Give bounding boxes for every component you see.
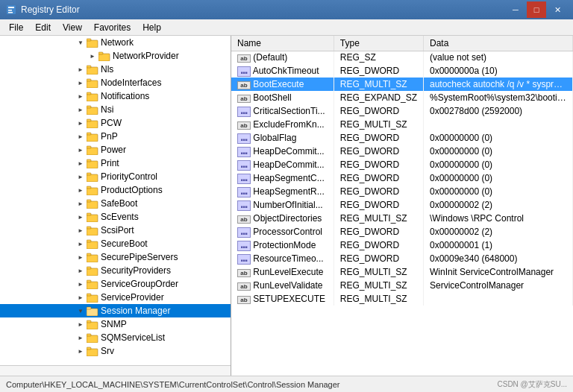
table-row[interactable]: ab ExcludeFromKn...REG_MULTI_SZ <box>231 118 573 131</box>
tree-item[interactable]: ► SecurityProviders <box>0 264 231 277</box>
expand-icon[interactable]: ► <box>75 184 87 196</box>
table-row[interactable]: ■■■ HeapDeCommit...REG_DWORD0x00000000 (… <box>231 145 573 158</box>
expand-icon[interactable]: ► <box>75 144 87 156</box>
table-row[interactable]: ■■■ CriticalSectionTi...REG_DWORD0x00278… <box>231 104 573 118</box>
table-row[interactable]: ab (Default)REG_SZ(value not set) <box>231 51 573 64</box>
table-row[interactable]: ■■■ HeapSegmentR...REG_DWORD0x00000000 (… <box>231 185 573 198</box>
app-title: Registry Editor <box>21 4 80 15</box>
tree-item[interactable]: ► SQMServiceList <box>0 331 231 344</box>
expand-icon[interactable]: ► <box>75 117 87 129</box>
tree-item[interactable]: ► SecureBoot <box>0 237 231 250</box>
folder-icon <box>87 199 98 209</box>
table-row[interactable]: ■■■ GlobalFlagREG_DWORD0x00000000 (0) <box>231 131 573 145</box>
table-row[interactable]: ab SETUPEXECUTEREG_MULTI_SZ <box>231 292 573 306</box>
svg-rect-46 <box>87 322 98 329</box>
menu-item-favorites[interactable]: Favorites <box>88 21 137 34</box>
svg-rect-4 <box>87 40 98 48</box>
cell-type: REG_DWORD <box>334 225 423 238</box>
reg-dword-icon: ■■■ <box>237 160 251 171</box>
tree-item[interactable]: ► Power <box>0 143 231 157</box>
expand-icon[interactable]: ▼ <box>75 37 87 48</box>
expand-icon[interactable]: ► <box>75 197 87 209</box>
expand-icon[interactable]: ► <box>75 63 87 75</box>
expand-icon[interactable]: ► <box>75 345 87 357</box>
menu-item-file[interactable]: File <box>3 21 29 34</box>
tree-item[interactable]: ▼ Session Manager <box>0 304 231 317</box>
expand-icon[interactable]: ► <box>75 291 87 303</box>
expand-icon[interactable]: ► <box>75 224 87 236</box>
tree-hscroll[interactable] <box>0 365 231 376</box>
tree-pane: ▼ Network► NetworkProvider► Nls► NodeInt… <box>0 36 231 376</box>
table-row[interactable]: ■■■ NumberOfInitial...REG_DWORD0x0000000… <box>231 198 573 212</box>
table-row[interactable]: ■■■ HeapDeCommit...REG_DWORD0x00000000 (… <box>231 158 573 171</box>
table-row[interactable]: ■■■ ProcessorControlREG_DWORD0x00000002 … <box>231 225 573 238</box>
expand-icon[interactable]: ► <box>75 211 87 223</box>
minimize-button[interactable]: ─ <box>506 1 525 18</box>
tree-scroll[interactable]: ▼ Network► NetworkProvider► Nls► NodeInt… <box>0 36 231 365</box>
svg-rect-1 <box>8 7 14 8</box>
expand-icon[interactable]: ► <box>75 318 87 330</box>
table-row[interactable]: ab RunLevelExecuteREG_MULTI_SZWinInit Se… <box>231 265 573 279</box>
tree-item[interactable]: ► ProductOptions <box>0 183 231 197</box>
cell-name: ■■■ NumberOfInitial... <box>231 198 334 212</box>
tree-item[interactable]: ► ScsiPort <box>0 224 231 237</box>
tree-item[interactable]: ► SafeBoot <box>0 197 231 210</box>
tree-item[interactable]: ► Srv <box>0 344 231 358</box>
expand-icon[interactable]: ► <box>75 332 87 344</box>
tree-item[interactable]: ► PCW <box>0 116 231 130</box>
table-row[interactable]: ab BootShellREG_EXPAND_SZ%SystemRoot%\sy… <box>231 91 573 104</box>
tree-item[interactable]: ► SecurePipeServers <box>0 250 231 264</box>
col-header-name[interactable]: Name <box>231 36 334 51</box>
tree-item-label: PriorityControl <box>101 171 157 182</box>
expand-icon[interactable]: ► <box>75 238 87 250</box>
tree-item[interactable]: ► PnP <box>0 130 231 143</box>
tree-item[interactable]: ► Print <box>0 157 231 170</box>
registry-table-container[interactable]: Name Type Data ab (Default)REG_SZ(value … <box>231 36 573 376</box>
tree-item[interactable]: ► ServiceProvider <box>0 291 231 304</box>
tree-item[interactable]: ► Nls <box>0 63 231 76</box>
svg-rect-31 <box>87 213 91 215</box>
tree-item-label: Power <box>101 145 126 155</box>
table-row[interactable]: ab RunLevelValidateREG_MULTI_SZServiceCo… <box>231 279 573 292</box>
tree-item-label: SecureBoot <box>101 238 148 249</box>
expand-icon[interactable]: ► <box>75 90 87 102</box>
menu-item-view[interactable]: View <box>57 21 88 34</box>
expand-icon[interactable]: ► <box>75 251 87 263</box>
reg-dword-icon: ■■■ <box>237 147 251 157</box>
expand-icon[interactable]: ► <box>75 265 87 276</box>
table-row[interactable]: ab ObjectDirectoriesREG_MULTI_SZ\Windows… <box>231 212 573 225</box>
expand-icon[interactable]: ► <box>75 130 87 142</box>
col-header-type[interactable]: Type <box>334 36 423 51</box>
maximize-button[interactable]: □ <box>527 1 546 18</box>
tree-item[interactable]: ► Nsi <box>0 103 231 116</box>
table-row[interactable]: ■■■ ResourceTimeo...REG_DWORD0x0009e340 … <box>231 252 573 265</box>
tree-item[interactable]: ► ScEvents <box>0 210 231 224</box>
table-row[interactable]: ■■■ ProtectionModeREG_DWORD0x00000001 (1… <box>231 238 573 252</box>
expand-icon[interactable]: ► <box>75 278 87 290</box>
tree-item[interactable]: ► Notifications <box>0 89 231 103</box>
expand-icon[interactable]: ► <box>75 104 87 116</box>
expand-icon[interactable]: ► <box>75 157 87 169</box>
table-row[interactable]: ■■■ AutoChkTimeoutREG_DWORD0x0000000a (1… <box>231 64 573 78</box>
expand-icon[interactable]: ► <box>75 77 87 89</box>
expand-icon[interactable]: ► <box>87 50 98 62</box>
expand-icon[interactable]: ► <box>75 171 87 183</box>
table-row[interactable]: ab BootExecuteREG_MULTI_SZautocheck auto… <box>231 78 573 91</box>
tree-item[interactable]: ► SNMP <box>0 317 231 331</box>
close-button[interactable]: ✕ <box>548 1 567 18</box>
svg-rect-24 <box>87 174 98 182</box>
tree-item[interactable]: ► PriorityControl <box>0 170 231 183</box>
tree-item[interactable]: ► NodeInterfaces <box>0 76 231 89</box>
svg-rect-25 <box>87 173 91 175</box>
menu-item-help[interactable]: Help <box>137 21 167 34</box>
tree-item[interactable]: ► NetworkProvider <box>0 49 231 63</box>
cell-data: (value not set) <box>424 51 573 64</box>
tree-item[interactable]: ▼ Network <box>0 36 231 49</box>
col-header-data[interactable]: Data <box>424 36 573 51</box>
table-row[interactable]: ■■■ HeapSegmentC...REG_DWORD0x00000000 (… <box>231 171 573 185</box>
svg-rect-20 <box>87 148 98 155</box>
menu-item-edit[interactable]: Edit <box>29 21 57 34</box>
expand-icon[interactable]: ▼ <box>75 305 87 317</box>
cell-name: ■■■ ProtectionMode <box>231 238 334 252</box>
tree-item[interactable]: ► ServiceGroupOrder <box>0 277 231 291</box>
